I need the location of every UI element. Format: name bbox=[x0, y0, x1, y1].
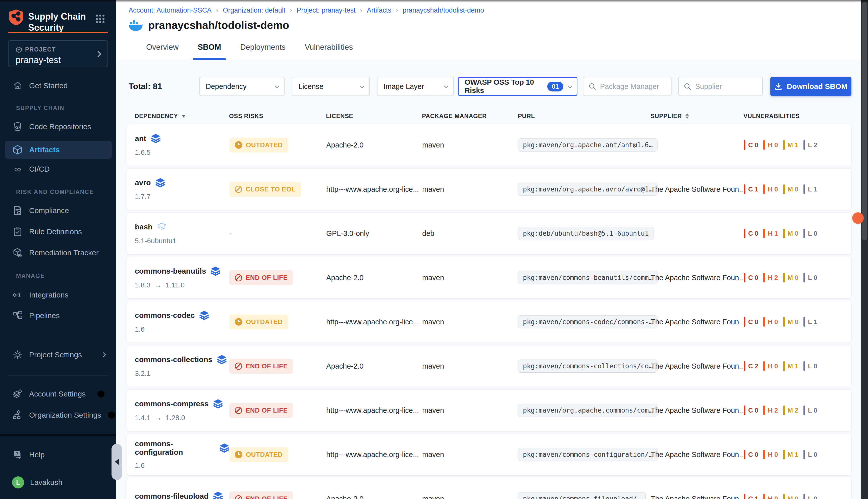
table-row[interactable]: commons-beanutils 1.8.3 → 1.11.0 bbox=[127, 257, 852, 299]
dependency-name: commons-collections bbox=[135, 355, 212, 364]
breadcrumb-account[interactable]: Account: Automation-SSCA bbox=[128, 7, 211, 14]
tab-sbom[interactable]: SBOM bbox=[196, 41, 223, 60]
layers-icon bbox=[199, 310, 209, 320]
breadcrumb-artifact-name[interactable]: pranaycshah/todolist-demo bbox=[402, 7, 484, 14]
sidebar-item-help[interactable]: ? Help bbox=[5, 447, 112, 462]
sidebar-item-integrations[interactable]: Integrations bbox=[5, 288, 112, 303]
sidebar-item-account-settings[interactable]: Account Settings bbox=[5, 387, 112, 402]
dependency-version: 1.6 bbox=[135, 462, 229, 470]
search-icon bbox=[684, 83, 691, 90]
supplier-value: The Apache Software Foun... bbox=[651, 185, 744, 194]
purl-value[interactable]: pkg:maven/org.apache.avro/avro@1… bbox=[518, 183, 658, 196]
high-count: H2 bbox=[763, 405, 778, 415]
column-purl: PURL bbox=[518, 112, 650, 120]
oss-risk-badge: END OF LIFE bbox=[229, 403, 293, 418]
project-name: pranay-test bbox=[15, 55, 61, 65]
owasp-risks-filter-dropdown[interactable]: OWASP OSS Top 10 Risks 01 bbox=[458, 77, 578, 96]
table-row[interactable]: commons-codec 1.6 bbox=[127, 301, 852, 343]
package-manager-search[interactable] bbox=[583, 77, 672, 96]
artifacts-cube-icon bbox=[12, 144, 23, 155]
sidebar-item-get-started[interactable]: Get Started bbox=[5, 78, 112, 93]
breadcrumb-project[interactable]: Project: pranay-test bbox=[297, 7, 356, 14]
info-icon[interactable] bbox=[107, 411, 116, 419]
download-icon bbox=[774, 82, 782, 90]
breadcrumb-separator: › bbox=[396, 7, 398, 14]
section-label-supply-chain: SUPPLY CHAIN bbox=[16, 105, 64, 112]
breadcrumb-separator: › bbox=[216, 7, 218, 14]
table-row[interactable]: commons-fileupload bbox=[127, 478, 852, 499]
chevron-down-icon bbox=[360, 84, 364, 88]
column-dependency[interactable]: DEPENDENCY bbox=[135, 112, 229, 120]
sidebar-item-organization-settings[interactable]: Organization Settings bbox=[5, 407, 112, 423]
clipboard-check-icon bbox=[12, 226, 23, 237]
license-value: http---www.apache.org-lice... bbox=[326, 318, 422, 326]
tab-overview[interactable]: Overview bbox=[145, 41, 180, 60]
medium-count: M1 bbox=[783, 450, 798, 459]
project-label: PROJECT bbox=[25, 46, 56, 53]
purl-value[interactable]: pkg:maven/commons-codec/commons-… bbox=[518, 315, 658, 328]
critical-count: C0 bbox=[744, 229, 758, 238]
purl-value[interactable]: pkg:maven/org.apache.commons/com… bbox=[518, 404, 658, 417]
package-manager-search-input[interactable] bbox=[600, 82, 666, 91]
main-content: Account: Automation-SSCA › Organization:… bbox=[116, 0, 868, 499]
download-sbom-button[interactable]: Download SBOM bbox=[770, 77, 852, 96]
purl-value[interactable]: pkg:maven/commons-fileupload/… bbox=[518, 492, 646, 499]
sidebar-item-user[interactable]: L Lavakush bbox=[5, 475, 112, 490]
vulnerability-counts: C2 H0 M1 L0 bbox=[744, 361, 851, 371]
license-value: GPL-3.0-only bbox=[326, 229, 422, 238]
oss-risk-badge: END OF LIFE bbox=[229, 270, 293, 285]
purl-value[interactable]: pkg:deb/ubuntu/bash@5.1-6ubuntu1 bbox=[518, 227, 654, 240]
table-row[interactable]: avro 1.7.7 bbox=[127, 168, 852, 210]
breadcrumb: Account: Automation-SSCA › Organization:… bbox=[128, 7, 484, 14]
page-scrollbar[interactable] bbox=[861, 0, 868, 499]
table-row[interactable]: bash 5.1-6ubuntu1 bbox=[127, 212, 852, 254]
purl-value[interactable]: pkg:maven/commons-beanutils/comm… bbox=[518, 271, 658, 284]
table-row[interactable]: commons-configuration 1.6 bbox=[127, 434, 852, 475]
project-selector[interactable]: PROJECT pranay-test bbox=[8, 40, 108, 67]
breadcrumb-organization[interactable]: Organization: default bbox=[223, 7, 285, 14]
purl-value[interactable]: pkg:maven/org.apache.ant/ant@1.6… bbox=[518, 138, 658, 151]
sidebar-item-project-settings[interactable]: Project Settings bbox=[5, 347, 112, 362]
purl-value[interactable]: pkg:maven/commons-collections/co… bbox=[518, 360, 658, 373]
ban-icon bbox=[235, 363, 242, 370]
sidebar-item-pipelines[interactable]: Pipelines bbox=[5, 308, 112, 323]
notification-dot[interactable] bbox=[852, 212, 864, 224]
sidebar-collapse-handle[interactable] bbox=[112, 444, 122, 480]
supplier-search-input[interactable] bbox=[695, 82, 757, 91]
high-count: H0 bbox=[763, 140, 778, 150]
table-row[interactable]: commons-compress 1.4.1 → 1.28.0 bbox=[127, 389, 852, 431]
supplier-search[interactable] bbox=[678, 77, 763, 96]
table-row[interactable]: commons-collections 3.2.1 bbox=[127, 345, 852, 387]
table-row[interactable]: ant 1.6.5 bbox=[127, 124, 852, 166]
sidebar-item-cicd[interactable]: ∞ CI/CD bbox=[5, 161, 112, 177]
ban-icon bbox=[235, 495, 242, 499]
sidebar-item-compliance[interactable]: Compliance bbox=[5, 203, 112, 218]
vulnerability-counts: C0 H1 M0 L0 bbox=[744, 229, 851, 238]
medium-count: M1 bbox=[783, 361, 798, 371]
sidebar-item-code-repositories[interactable]: Code Repositories bbox=[5, 119, 112, 134]
low-count: L0 bbox=[804, 229, 817, 238]
tab-vulnerabilities[interactable]: Vulnerabilities bbox=[303, 41, 355, 60]
medium-count: M0 bbox=[783, 317, 798, 327]
image-layer-filter-dropdown[interactable]: Image Layer bbox=[377, 77, 454, 96]
low-count: L2 bbox=[804, 140, 817, 150]
package-manager-value: maven bbox=[422, 141, 518, 149]
breadcrumb-artifacts[interactable]: Artifacts bbox=[367, 7, 391, 14]
low-count: L0 bbox=[804, 450, 817, 459]
column-supplier[interactable]: SUPPLIER bbox=[650, 112, 743, 120]
dependency-filter-dropdown[interactable]: Dependency bbox=[199, 77, 285, 96]
info-icon[interactable] bbox=[97, 390, 105, 398]
critical-count: C0 bbox=[744, 405, 758, 415]
sidebar-item-rule-definitions[interactable]: Rule Definitions bbox=[5, 224, 112, 239]
sidebar-item-artifacts[interactable]: Artifacts bbox=[5, 141, 112, 159]
package-manager-value: deb bbox=[422, 229, 518, 238]
license-filter-dropdown[interactable]: License bbox=[292, 77, 370, 96]
purl-value[interactable]: pkg:maven/commons-configuration/… bbox=[518, 448, 658, 461]
app-title: Supply Chain Security bbox=[28, 11, 91, 33]
column-package-manager: PACKAGE MANAGER bbox=[422, 112, 518, 120]
chevron-down-icon bbox=[274, 84, 279, 88]
scrollbar-thumb[interactable] bbox=[862, 2, 867, 240]
app-grid-icon[interactable] bbox=[96, 14, 105, 24]
sidebar-item-remediation-tracker[interactable]: Remediation Tracker bbox=[5, 245, 112, 260]
tab-deployments[interactable]: Deployments bbox=[239, 41, 287, 60]
